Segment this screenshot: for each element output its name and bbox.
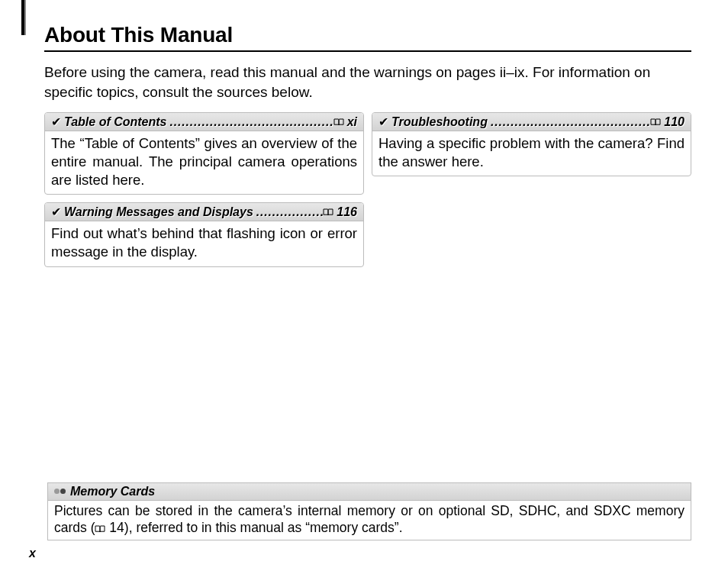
card-heading: Warning Messages and Displays [64,205,253,219]
intro-paragraph: Before using the camera, read this manua… [44,63,691,102]
card-troubleshooting: ✔ Troubleshooting ......................… [372,112,691,176]
card-header: ✔ Table of Contents ....................… [45,113,363,131]
card-body: The “Table of Contents” gives an overvie… [45,131,363,194]
side-rule [21,0,26,35]
leader-dots: ........................................… [167,115,333,129]
card-heading: Table of Contents [64,115,167,129]
card-heading: Troubleshooting [391,115,488,129]
note-page-ref: 14 [109,520,124,535]
page-number-ref: 116 [337,205,357,219]
check-icon: ✔ [378,115,388,129]
card-body: Find out what’s behind that flashing ico… [45,221,363,266]
card-header: ✔ Warning Messages and Displays ........… [45,203,363,221]
cards-grid: ✔ Table of Contents ....................… [44,112,691,266]
page-reference: 110 [650,115,685,129]
check-icon: ✔ [51,115,61,129]
book-icon [333,118,344,126]
note-title: Memory Cards [70,485,155,498]
leader-dots: ........................................… [253,205,324,219]
leader-dots: ........................................… [488,115,650,129]
note-memory-cards: Memory Cards Pictures can be stored in t… [47,482,691,541]
card-header: ✔ Troubleshooting ......................… [372,113,691,131]
note-body: Pictures can be stored in the camera’s i… [48,501,691,540]
book-icon [95,525,105,533]
page-title: About This Manual [44,23,691,52]
card-table-of-contents: ✔ Table of Contents ....................… [44,112,364,195]
card-warning-messages: ✔ Warning Messages and Displays ........… [44,202,364,266]
page-number: x [29,547,36,560]
page-reference: 116 [323,205,357,219]
page-number-ref: xi [347,115,357,129]
check-icon: ✔ [51,205,61,219]
note-bullet-icon [54,489,66,494]
note-body-post: ), referred to in this manual as “memory… [124,520,403,535]
book-icon [323,208,333,216]
note-header: Memory Cards [48,483,691,501]
page-number-ref: 110 [664,115,685,129]
page-reference: xi [333,115,357,129]
book-icon [650,118,661,126]
card-body: Having a specific problem with the camer… [372,131,691,176]
